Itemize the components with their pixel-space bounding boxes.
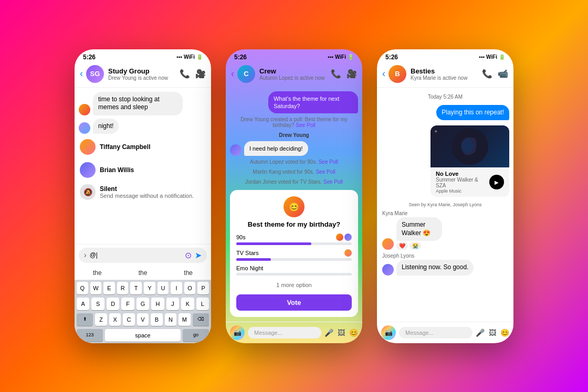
vote-button[interactable]: Vote (236, 294, 352, 311)
joseph-avatar (382, 264, 394, 276)
vote-msg-2: Martin Kang voted for 90s. See Poll (230, 168, 358, 176)
kyra-reactions: ❤️ 😭 (396, 242, 461, 250)
status-icons-1: ▪▪▪ WiFi 🔋 (176, 54, 203, 60)
phone-icon-1[interactable]: 📞 (180, 69, 190, 79)
key-u[interactable]: U (158, 282, 169, 294)
suggestion-2[interactable]: the (134, 268, 152, 278)
reaction-heart[interactable]: ❤️ (396, 242, 408, 250)
suggestion-bar: the the the (75, 266, 211, 280)
voice-icon-1[interactable]: ⊙ (185, 250, 192, 260)
key-123[interactable]: 123 (77, 329, 103, 342)
battery-icon-1: 🔋 (196, 54, 203, 60)
header-actions-2: 📞 🎥 (331, 69, 357, 79)
time-3: 5:26 (385, 54, 398, 61)
send-button-1[interactable]: ➤ (195, 250, 202, 260)
key-p[interactable]: P (197, 282, 209, 294)
key-y[interactable]: Y (144, 282, 155, 294)
silent-item[interactable]: 🔕 Silent Send message without a notifica… (79, 183, 207, 201)
poll-bar-bg-2 (236, 258, 352, 261)
music-card-row: ✦ No Love Summer Walker & SZA Apple Musi… (381, 123, 509, 199)
key-k[interactable]: K (181, 298, 194, 310)
video-icon-2[interactable]: 🎥 (346, 69, 357, 79)
chat-header-3: ‹ B Besties Kyra Marie is active now 📞 📹 (377, 63, 513, 88)
voter-avatar-2 (344, 234, 352, 241)
joseph-msg-row: Listening now. So good. (382, 260, 508, 276)
key-z[interactable]: Z (95, 313, 107, 326)
poll-card: 😊 Best theme for my birthday? 90s TV Sta… (230, 190, 358, 317)
play-button[interactable]: ▶ (489, 175, 504, 189)
group-name-1: Study Group (108, 67, 180, 75)
status-bar-3: 5:26 ▪▪▪ WiFi 🔋 (377, 49, 513, 63)
mic-icon-3[interactable]: 🎤 (476, 329, 485, 337)
poll-option-90s: 90s (236, 234, 352, 245)
sticker-icon-3[interactable]: 😊 (500, 329, 509, 337)
key-g[interactable]: G (136, 298, 149, 310)
phone-icon-2[interactable]: 📞 (331, 69, 341, 79)
key-i[interactable]: I (171, 282, 182, 294)
camera-button-2[interactable]: 📷 (230, 325, 245, 340)
key-m[interactable]: M (178, 313, 190, 326)
key-w[interactable]: W (90, 282, 102, 294)
music-text-block: No Love Summer Walker & SZA Apple Music (436, 171, 489, 194)
drew-avatar (230, 144, 242, 156)
back-button-3[interactable]: ‹ (382, 68, 385, 79)
key-f[interactable]: F (121, 298, 134, 310)
back-button-1[interactable]: ‹ (80, 68, 83, 79)
signal-icon-1: ▪▪▪ (176, 54, 182, 60)
message-input-2[interactable]: Message... (248, 327, 321, 338)
poll-emo-text: Emo Night (236, 265, 263, 271)
gif-icon-2[interactable]: 🖼 (338, 329, 345, 337)
vote-text-2: Martin Kang voted for 90s. See Poll (253, 169, 335, 175)
question-bubble: What's the theme for next Saturday? (268, 91, 358, 114)
key-t[interactable]: T (130, 282, 142, 294)
key-j[interactable]: J (166, 298, 179, 310)
group-name-3: Besties (411, 67, 482, 75)
key-delete[interactable]: ⌫ (193, 313, 209, 326)
camera-button-3[interactable]: 📷 (381, 325, 396, 340)
key-l[interactable]: L (196, 298, 209, 310)
key-v[interactable]: V (137, 313, 149, 326)
key-s[interactable]: S (91, 298, 104, 310)
joseph-section: Joseph Lyons Listening now. So good. (381, 253, 509, 276)
gif-icon-3[interactable]: 🖼 (489, 329, 496, 337)
key-go[interactable]: go (183, 329, 209, 342)
key-q[interactable]: Q (77, 282, 88, 294)
key-e[interactable]: E (103, 282, 115, 294)
key-r[interactable]: R (117, 282, 129, 294)
video-icon-1[interactable]: 🎥 (195, 69, 206, 79)
video-icon-3[interactable]: 📹 (498, 69, 508, 79)
message-input-3[interactable]: Message... (399, 327, 472, 338)
phone-icon-3[interactable]: 📞 (482, 69, 492, 79)
message-input-1[interactable]: @| (90, 251, 182, 259)
key-o[interactable]: O (184, 282, 196, 294)
sticker-icon-2[interactable]: 😊 (349, 329, 358, 337)
key-x[interactable]: X (109, 313, 121, 326)
key-h[interactable]: H (151, 298, 164, 310)
suggestion-1[interactable]: the (89, 268, 106, 278)
contact-tiffany[interactable]: Tiffany Campbell (79, 137, 207, 157)
reaction-cry[interactable]: 😭 (410, 242, 421, 250)
key-shift[interactable]: ⬆ (77, 313, 93, 326)
contact-brian[interactable]: Brian Willis (79, 160, 207, 180)
wifi-icon-3: WiFi (486, 54, 497, 60)
signal-icon-2: ▪▪▪ (328, 54, 333, 60)
key-n[interactable]: N (165, 313, 176, 326)
outgoing-text: Playing this on repeat! (442, 109, 504, 116)
key-a[interactable]: A (77, 298, 89, 310)
key-c[interactable]: C (123, 313, 134, 326)
suggestion-3[interactable]: the (180, 268, 197, 278)
outgoing-row: Playing this on repeat! (381, 105, 509, 121)
key-space[interactable]: space (105, 329, 181, 342)
wifi-icon-1: WiFi (184, 54, 195, 60)
key-row-bottom: 123 space go (75, 327, 211, 343)
key-d[interactable]: D (107, 298, 119, 310)
mic-icon-2[interactable]: 🎤 (324, 329, 333, 337)
key-b[interactable]: B (151, 313, 162, 326)
music-card[interactable]: ✦ No Love Summer Walker & SZA Apple Musi… (430, 125, 509, 197)
music-image: ✦ (430, 125, 509, 167)
bubble-text-1: time to stop looking at memes and sleep (98, 96, 160, 111)
kyra-bubble-group: Summer Walker 😍 ❤️ 😭 (396, 217, 461, 250)
back-button-2[interactable]: ‹ (231, 68, 234, 79)
poll-bar-bg-3 (236, 273, 352, 276)
date-divider: Today 5:26 AM (381, 92, 509, 102)
